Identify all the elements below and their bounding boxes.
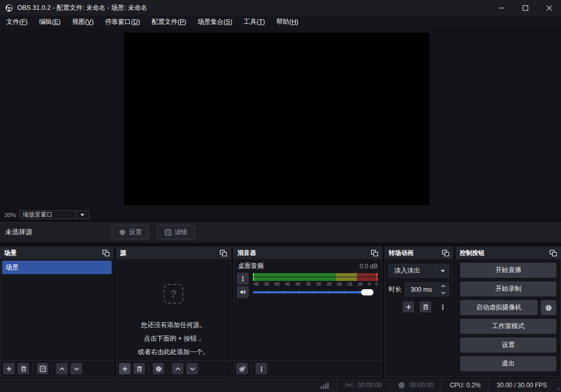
sources-panel: 源 ? 您还没有添加任何源。 点击下面的 + 按钮， 或者右击此处添加一个。 [116, 247, 231, 377]
zoom-level-label: 30% [4, 212, 16, 218]
menu-scene-collection[interactable]: 场景集合(S) [192, 16, 237, 29]
obs-logo-icon [5, 4, 13, 12]
chevron-down-icon [75, 211, 89, 219]
scenes-panel-header: 场景 [1, 247, 113, 259]
popup-window-icon[interactable] [550, 250, 557, 256]
volume-meter: -60-55-50-45-40-35-30-25-20-15-10-50 [253, 273, 378, 298]
scenes-list: 场景 [1, 259, 113, 360]
meter-scale: -60-55-50-45-40-35-30-25-20-15-10-50 [253, 281, 378, 287]
chevron-up-icon [59, 366, 65, 372]
bitrate-indicator [313, 378, 337, 392]
popup-window-icon[interactable] [102, 250, 110, 256]
gear-icon [155, 366, 162, 372]
slider-handle[interactable] [361, 289, 373, 295]
plus-icon [6, 366, 12, 372]
menu-file[interactable]: 文件(F) [1, 16, 33, 29]
menu-docks[interactable]: 停靠窗口(D) [100, 16, 145, 29]
volume-db-label: 0.0 dB [359, 263, 378, 270]
transitions-panel-title: 转场动画 [389, 249, 413, 258]
properties-button[interactable]: 设置 [112, 225, 149, 239]
minimize-button[interactable] [489, 0, 513, 16]
sources-list[interactable]: ? 您还没有添加任何源。 点击下面的 + 按钮， 或者右击此处添加一个。 [116, 259, 231, 360]
add-scene-button[interactable] [3, 363, 15, 374]
menu-edit[interactable]: 编辑(E) [34, 16, 66, 29]
scene-transitions-panel: 转场动画 淡入淡出 时长 300 ms [384, 247, 453, 377]
transition-menu-button[interactable] [437, 301, 448, 313]
remove-source-button[interactable] [133, 363, 145, 374]
stream-timer: 00:00:00 [337, 378, 390, 392]
virtual-camera-settings-button[interactable] [541, 300, 556, 315]
remove-scene-button[interactable] [18, 363, 29, 374]
separator [251, 364, 252, 373]
dock-area: 场景 场景 [0, 245, 561, 378]
transitions-panel-header: 转场动画 [385, 247, 453, 259]
transitions-body: 淡入淡出 时长 300 ms [385, 259, 453, 376]
menu-help[interactable]: 帮助(H) [271, 16, 303, 29]
filters-button[interactable]: 滤镜 [157, 225, 195, 239]
duration-spinbox[interactable]: 300 ms [405, 282, 449, 296]
mixer-menu-button[interactable] [256, 363, 267, 374]
popup-window-icon[interactable] [220, 250, 227, 256]
audio-mixer-panel: 混音器 桌面音频 0.0 dB [233, 247, 382, 377]
scene-item-selected[interactable]: 场景 [2, 261, 112, 274]
cpu-usage: CPU: 0.2% [442, 378, 488, 392]
double-gear-icon [239, 366, 246, 372]
maximize-button[interactable] [513, 0, 537, 16]
trash-icon [136, 366, 143, 372]
separator [52, 364, 52, 373]
start-streaming-button[interactable]: 开始直播 [460, 263, 556, 278]
mixer-channel-menu-button[interactable] [237, 273, 249, 285]
mixer-panel-title: 混音器 [237, 249, 256, 258]
separator [168, 364, 168, 373]
spin-down-button[interactable] [438, 290, 449, 296]
menu-tools[interactable]: 工具(T) [238, 16, 270, 29]
empty-hint-line2: 点击下面的 + 按钮， [116, 332, 231, 345]
controls-body: 开始直播 开始录制 启动虚拟摄像机 工作室模式 设置 退出 [456, 259, 560, 376]
remove-transition-button[interactable] [420, 301, 431, 313]
volume-slider[interactable] [253, 289, 373, 296]
preview-canvas [124, 33, 430, 205]
start-virtual-camera-button[interactable]: 启动虚拟摄像机 [460, 300, 538, 315]
mixer-body: 桌面音频 0.0 dB [234, 259, 382, 360]
exit-button[interactable]: 退出 [460, 356, 556, 371]
start-recording-button[interactable]: 开始录制 [460, 281, 556, 296]
plus-icon [405, 304, 412, 310]
fps-indicator: 30.00 / 30.00 FPS [488, 378, 555, 392]
preview-zoom-row: 30% 缩放至窗口 [0, 210, 561, 220]
studio-mode-button[interactable]: 工作室模式 [460, 319, 556, 334]
zoom-mode-dropdown[interactable]: 缩放至窗口 [19, 210, 89, 219]
mute-button[interactable] [237, 286, 249, 298]
gear-icon [545, 304, 552, 312]
mixer-toolbar [234, 360, 382, 376]
trash-icon [20, 366, 27, 372]
menu-profile[interactable]: 配置文件(P) [146, 16, 192, 29]
popup-window-icon[interactable] [371, 250, 378, 256]
scenes-panel-title: 场景 [4, 249, 17, 258]
preview-area [0, 29, 561, 210]
move-source-down-button[interactable] [186, 363, 198, 374]
no-source-selected-label: 未选择源 [5, 222, 32, 242]
kebab-menu-icon [439, 304, 446, 310]
question-mark-icon: ? [164, 284, 183, 304]
advanced-audio-button[interactable] [236, 363, 248, 374]
spin-up-button[interactable] [438, 283, 449, 290]
settings-button[interactable]: 设置 [460, 337, 556, 353]
chevron-down-icon [436, 264, 449, 277]
slider-track [253, 291, 373, 293]
move-scene-down-button[interactable] [71, 363, 82, 374]
add-source-button[interactable] [119, 363, 130, 374]
scene-filters-button[interactable] [37, 363, 48, 374]
move-scene-up-button[interactable] [56, 363, 68, 374]
separator [33, 364, 33, 373]
popup-window-icon[interactable] [442, 250, 449, 256]
broadcast-icon [345, 382, 353, 388]
controls-panel-title: 控制按钮 [460, 249, 485, 258]
duration-label: 时长 [389, 285, 402, 294]
move-source-up-button[interactable] [172, 363, 183, 374]
transition-dropdown[interactable]: 淡入淡出 [389, 264, 449, 278]
source-properties-button[interactable] [153, 363, 164, 374]
close-button[interactable] [537, 0, 561, 16]
menu-view[interactable]: 视图(V) [67, 16, 99, 29]
resize-grip[interactable] [555, 378, 561, 392]
add-transition-button[interactable] [403, 301, 414, 313]
